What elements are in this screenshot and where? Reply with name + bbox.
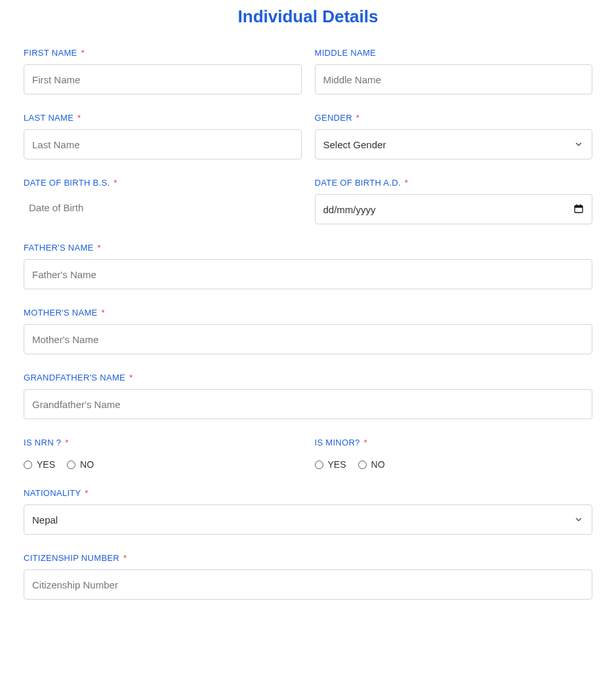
required-marker: *	[85, 488, 88, 498]
field-dob-ad: DATE OF BIRTH A.D. * dd/mm/yyyy	[315, 178, 593, 224]
field-is-nrn: IS NRN ? * YES NO	[24, 438, 302, 470]
calendar-icon	[573, 203, 584, 216]
required-marker: *	[65, 438, 68, 447]
middle-name-input[interactable]	[315, 64, 593, 94]
dob-bs-input[interactable]	[24, 194, 302, 220]
radio-icon	[67, 461, 75, 469]
field-dob-bs: DATE OF BIRTH B.S. *	[24, 178, 302, 224]
label-mother-name: MOTHER'S NAME *	[24, 308, 592, 318]
dob-ad-placeholder: dd/mm/yyyy	[323, 204, 376, 215]
field-first-name: FIRST NAME *	[24, 48, 302, 94]
required-marker: *	[405, 178, 408, 188]
minor-yes-option[interactable]: YES	[315, 459, 346, 470]
required-marker: *	[97, 243, 100, 253]
svg-rect-1	[575, 205, 583, 207]
radio-icon	[24, 461, 32, 469]
nrn-no-option[interactable]: NO	[67, 459, 94, 470]
field-gender: GENDER * Select Gender	[315, 113, 593, 159]
label-father-name: FATHER'S NAME *	[24, 243, 592, 253]
citizenship-number-input[interactable]	[24, 569, 592, 600]
field-is-minor: IS MINOR? * YES NO	[315, 438, 593, 470]
required-marker: *	[81, 48, 84, 58]
father-name-input[interactable]	[24, 259, 592, 289]
page-title: Individual Details	[24, 7, 592, 27]
gender-select[interactable]: Select Gender	[315, 129, 593, 159]
field-mother-name: MOTHER'S NAME *	[24, 308, 592, 354]
label-nationality: NATIONALITY *	[24, 488, 592, 498]
required-marker: *	[123, 553, 127, 563]
label-first-name: FIRST NAME *	[24, 48, 302, 58]
radio-label: YES	[328, 459, 346, 470]
label-is-minor: IS MINOR? *	[315, 438, 593, 447]
label-last-name: LAST NAME *	[24, 113, 302, 123]
required-marker: *	[113, 178, 117, 188]
radio-label: NO	[80, 459, 94, 470]
minor-no-option[interactable]: NO	[358, 459, 385, 470]
required-marker: *	[364, 438, 367, 447]
label-gender: GENDER *	[315, 113, 593, 123]
nationality-select[interactable]: Nepal	[24, 504, 592, 535]
nrn-yes-option[interactable]: YES	[24, 459, 55, 470]
radio-icon	[315, 461, 323, 469]
field-citizenship-number: CITIZENSHIP NUMBER *	[24, 553, 592, 600]
mother-name-input[interactable]	[24, 324, 592, 354]
required-marker: *	[356, 113, 359, 123]
radio-label: YES	[37, 459, 55, 470]
required-marker: *	[101, 308, 104, 318]
field-grandfather-name: GRANDFATHER'S NAME *	[24, 373, 592, 419]
field-middle-name: MIDDLE NAME	[315, 48, 593, 94]
last-name-input[interactable]	[24, 129, 302, 159]
label-dob-ad: DATE OF BIRTH A.D. *	[315, 178, 593, 188]
grandfather-name-input[interactable]	[24, 389, 592, 419]
field-last-name: LAST NAME *	[24, 113, 302, 159]
label-grandfather-name: GRANDFATHER'S NAME *	[24, 373, 592, 382]
radio-icon	[358, 461, 367, 469]
label-is-nrn: IS NRN ? *	[24, 438, 302, 447]
label-middle-name: MIDDLE NAME	[315, 48, 593, 58]
label-citizenship-number: CITIZENSHIP NUMBER *	[24, 553, 592, 563]
label-dob-bs: DATE OF BIRTH B.S. *	[24, 178, 302, 188]
first-name-input[interactable]	[24, 64, 302, 94]
field-nationality: NATIONALITY * Nepal	[24, 488, 592, 535]
required-marker: *	[129, 373, 133, 382]
radio-label: NO	[371, 459, 385, 470]
field-father-name: FATHER'S NAME *	[24, 243, 592, 289]
dob-ad-input[interactable]: dd/mm/yyyy	[315, 194, 593, 224]
required-marker: *	[77, 113, 81, 123]
